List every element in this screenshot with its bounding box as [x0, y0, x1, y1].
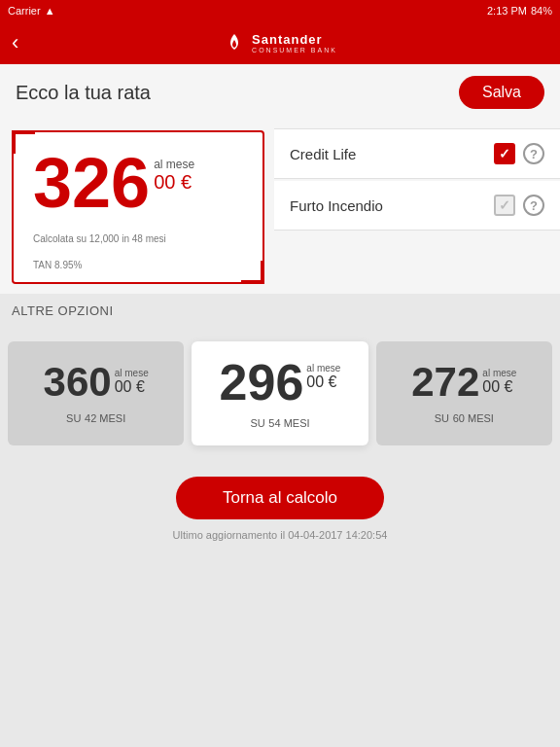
save-button[interactable]: Salva	[459, 76, 544, 109]
alt-cents-54: 00 €	[306, 374, 340, 391]
furto-incendio-info-button[interactable]: ?	[523, 195, 544, 216]
mesi-label-60: 60 mesi	[453, 412, 494, 424]
rate-right-info: al mese 00 €	[154, 158, 194, 194]
alt-al-mese-42: al mese	[115, 368, 149, 378]
rate-info-line2: TAN 8.95%	[33, 260, 243, 270]
alt-right-42: al mese 00 €	[115, 368, 149, 396]
battery-label: 84%	[531, 5, 552, 17]
alt-amount-row-60: 272 al mese 00 €	[411, 362, 516, 403]
bottom-area: Torna al calcolo Ultimo aggiornamento il…	[0, 461, 560, 549]
alt-su-mesi-60: su 60 mesi	[435, 410, 494, 425]
back-button[interactable]: ‹	[12, 30, 18, 55]
alt-right-54: al mese 00 €	[306, 363, 340, 391]
brand-logo: Santander CONSUMER BANK	[223, 32, 337, 53]
time-label: 2:13 PM	[487, 5, 527, 17]
rate-amount-container: 326 al mese 00 €	[33, 148, 243, 218]
su-label-60: su	[435, 412, 449, 424]
alt-cents-60: 00 €	[482, 378, 516, 396]
alt-right-60: al mese 00 €	[482, 368, 516, 396]
signal-icon: ▲	[45, 5, 55, 17]
update-text: Ultimo aggiornamento il 04-04-2017 14:20…	[173, 529, 388, 541]
rate-card: 326 al mese 00 € Calcolata su 12,000 in …	[12, 130, 264, 284]
alt-cents-42: 00 €	[115, 378, 149, 396]
mesi-label-42: 42 mesi	[85, 412, 125, 424]
alt-al-mese-60: al mese	[482, 368, 516, 378]
furto-incendio-checkbox[interactable]: ✓	[494, 195, 515, 216]
rate-big-amount: 326	[33, 148, 150, 218]
info-icon: ?	[530, 147, 538, 161]
alt-al-mese-54: al mese	[306, 363, 340, 374]
main-content: 326 al mese 00 € Calcolata su 12,000 in …	[0, 121, 560, 294]
alt-su-mesi-42: su 42 mesi	[66, 410, 125, 425]
brand-sub: CONSUMER BANK	[252, 47, 337, 53]
rate-cents-euro: 00 €	[154, 171, 194, 194]
torna-button[interactable]: Torna al calcolo	[176, 477, 384, 519]
option-controls-furto-incendio: ✓ ?	[494, 195, 544, 216]
alt-big-60: 272	[411, 362, 479, 403]
option-controls-credit-life: ✓ ?	[494, 143, 544, 164]
option-row-credit-life: Credit Life ✓ ?	[274, 128, 560, 179]
mesi-label-54: 54 mesi	[268, 417, 309, 429]
alt-big-42: 360	[44, 362, 112, 403]
su-label-54: SU	[250, 417, 264, 429]
status-bar: Carrier ▲ 2:13 PM 84%	[0, 0, 560, 21]
status-bar-left: Carrier ▲	[8, 5, 55, 17]
option-label-credit-life: Credit Life	[290, 146, 356, 162]
page-title: Ecco la tua rata	[16, 82, 151, 104]
alt-amount-row-42: 360 al mese 00 €	[44, 362, 149, 403]
alt-big-54: 296	[220, 357, 304, 408]
alt-su-mesi-54: SU 54 mesi	[250, 415, 309, 430]
brand-name: Santander	[252, 32, 337, 47]
rate-info-line1: Calcolata su 12,000 in 48 mesi	[33, 233, 243, 244]
info-icon: ?	[530, 198, 538, 213]
rate-alternatives: 360 al mese 00 € su 42 mesi 296 al mese …	[0, 326, 560, 461]
options-panel: Credit Life ✓ ? Furto Incendio ✓ ?	[274, 121, 560, 294]
altre-opzioni-label: ALTRE OPZIONI	[0, 294, 560, 326]
santander-flame-icon	[223, 32, 246, 53]
alt-card-60[interactable]: 272 al mese 00 € su 60 mesi	[376, 341, 552, 445]
alt-card-54[interactable]: 296 al mese 00 € SU 54 mesi	[192, 341, 368, 445]
option-row-furto-incendio: Furto Incendio ✓ ?	[274, 181, 560, 231]
checkmark-disabled-icon: ✓	[499, 197, 510, 213]
page-header: Ecco la tua rata Salva	[0, 64, 560, 121]
alt-amount-row-54: 296 al mese 00 €	[220, 357, 341, 408]
nav-bar: ‹ Santander CONSUMER BANK	[0, 21, 560, 64]
checkmark-icon: ✓	[499, 146, 510, 161]
credit-life-checkbox[interactable]: ✓	[494, 143, 515, 164]
carrier-label: Carrier	[8, 5, 41, 17]
alt-card-42[interactable]: 360 al mese 00 € su 42 mesi	[8, 341, 184, 445]
credit-life-info-button[interactable]: ?	[523, 143, 544, 164]
su-label-42: su	[66, 412, 81, 424]
option-label-furto-incendio: Furto Incendio	[290, 197, 383, 214]
rate-al-mese: al mese	[154, 158, 194, 171]
status-bar-right: 2:13 PM 84%	[487, 5, 552, 17]
